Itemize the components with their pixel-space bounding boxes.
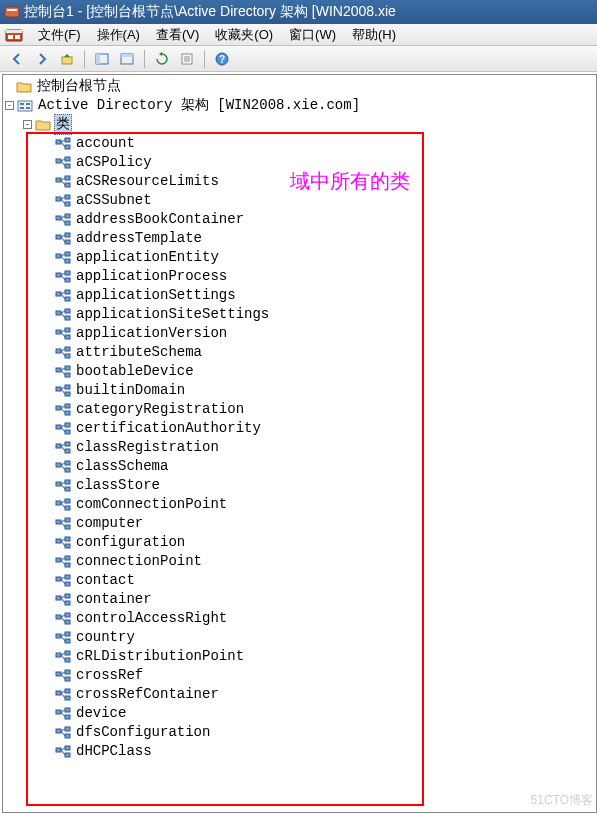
svg-rect-24: [65, 145, 70, 149]
class-item-label: country: [74, 628, 137, 647]
tree-class-item[interactable]: comConnectionPoint: [3, 495, 596, 514]
help-button[interactable]: ?: [211, 48, 233, 70]
class-item-label: applicationSiteSettings: [74, 305, 271, 324]
class-item-label: classRegistration: [74, 438, 221, 457]
svg-rect-169: [65, 696, 70, 700]
svg-rect-172: [56, 710, 61, 714]
tree-class-item[interactable]: builtinDomain: [3, 381, 596, 400]
tree-class-item[interactable]: controlAccessRight: [3, 609, 596, 628]
menu-help[interactable]: 帮助(H): [344, 24, 404, 46]
class-item-label: connectionPoint: [74, 552, 204, 571]
refresh-button[interactable]: [151, 48, 173, 70]
svg-line-165: [61, 672, 65, 674]
arrow-left-icon: [10, 52, 24, 66]
svg-line-70: [61, 311, 65, 313]
svg-rect-113: [65, 480, 70, 484]
svg-rect-157: [56, 653, 61, 657]
tree-classes-folder[interactable]: -类: [3, 115, 596, 134]
tree-class-item[interactable]: connectionPoint: [3, 552, 596, 571]
svg-line-156: [61, 636, 65, 641]
svg-rect-142: [56, 596, 61, 600]
svg-rect-184: [65, 753, 70, 757]
svg-rect-84: [65, 373, 70, 377]
tree-class-item[interactable]: classSchema: [3, 457, 596, 476]
tree-class-item[interactable]: configuration: [3, 533, 596, 552]
tree-class-item[interactable]: applicationProcess: [3, 267, 596, 286]
svg-rect-109: [65, 468, 70, 472]
menu-view[interactable]: 查看(V): [148, 24, 207, 46]
tree-class-item[interactable]: device: [3, 704, 596, 723]
svg-rect-119: [65, 506, 70, 510]
tree-root-node[interactable]: 控制台根节点: [3, 77, 596, 96]
class-item-label: controlAccessRight: [74, 609, 229, 628]
export-button[interactable]: [176, 48, 198, 70]
svg-line-81: [61, 351, 65, 356]
svg-rect-132: [56, 558, 61, 562]
console-icon: [4, 25, 24, 45]
up-button[interactable]: [56, 48, 78, 70]
tree-class-item[interactable]: applicationVersion: [3, 324, 596, 343]
tree-class-item[interactable]: dfsConfiguration: [3, 723, 596, 742]
svg-line-31: [61, 161, 65, 166]
tree-class-item[interactable]: addressTemplate: [3, 229, 596, 248]
svg-rect-83: [65, 366, 70, 370]
svg-rect-33: [65, 176, 70, 180]
svg-line-186: [61, 750, 65, 755]
menu-window[interactable]: 窗口(W): [281, 24, 344, 46]
tree-class-item[interactable]: crossRefContainer: [3, 685, 596, 704]
tree-class-item[interactable]: applicationEntity: [3, 248, 596, 267]
svg-line-106: [61, 446, 65, 451]
menu-favorites[interactable]: 收藏夹(O): [207, 24, 281, 46]
svg-rect-102: [56, 444, 61, 448]
forward-button[interactable]: [31, 48, 53, 70]
show-hide-tree-button[interactable]: [91, 48, 113, 70]
tree-class-item[interactable]: contact: [3, 571, 596, 590]
svg-rect-118: [65, 499, 70, 503]
svg-line-101: [61, 427, 65, 432]
tree-class-item[interactable]: country: [3, 628, 596, 647]
tree-class-item[interactable]: classStore: [3, 476, 596, 495]
expand-toggle[interactable]: -: [23, 120, 32, 129]
tree-class-item[interactable]: attributeSchema: [3, 343, 596, 362]
class-item-label: categoryRegistration: [74, 400, 246, 419]
tree-class-item[interactable]: classRegistration: [3, 438, 596, 457]
svg-rect-123: [65, 518, 70, 522]
tree-class-item[interactable]: certificationAuthority: [3, 419, 596, 438]
tree-class-item[interactable]: aCSPolicy: [3, 153, 596, 172]
svg-rect-77: [56, 349, 61, 353]
tree-class-item[interactable]: account: [3, 134, 596, 153]
tree-class-item[interactable]: aCSSubnet: [3, 191, 596, 210]
tree-class-item[interactable]: cRLDistributionPoint: [3, 647, 596, 666]
svg-rect-20: [26, 103, 30, 105]
tree-schema-node[interactable]: -Active Directory 架构 [WIN2008.xie.com]: [3, 96, 596, 115]
svg-line-25: [61, 140, 65, 142]
svg-rect-34: [65, 183, 70, 187]
tree-class-item[interactable]: addressBookContainer: [3, 210, 596, 229]
menu-file[interactable]: 文件(F): [30, 24, 89, 46]
svg-line-155: [61, 634, 65, 636]
panel2-button[interactable]: [116, 48, 138, 70]
svg-line-185: [61, 748, 65, 750]
tree-class-item[interactable]: bootableDevice: [3, 362, 596, 381]
svg-rect-133: [65, 556, 70, 560]
tree-class-item[interactable]: dHCPClass: [3, 742, 596, 761]
svg-line-56: [61, 256, 65, 261]
svg-rect-127: [56, 539, 61, 543]
back-button[interactable]: [6, 48, 28, 70]
tree-class-item[interactable]: aCSResourceLimits: [3, 172, 596, 191]
menu-action[interactable]: 操作(A): [89, 24, 148, 46]
svg-rect-74: [65, 335, 70, 339]
tree-class-item[interactable]: computer: [3, 514, 596, 533]
svg-line-60: [61, 273, 65, 275]
tree-class-item[interactable]: categoryRegistration: [3, 400, 596, 419]
tree-class-item[interactable]: applicationSettings: [3, 286, 596, 305]
tree-class-item[interactable]: applicationSiteSettings: [3, 305, 596, 324]
tree-class-item[interactable]: crossRef: [3, 666, 596, 685]
toolbar-divider: [84, 50, 85, 68]
expand-toggle[interactable]: -: [5, 101, 14, 110]
svg-rect-122: [56, 520, 61, 524]
class-item-label: container: [74, 590, 154, 609]
svg-line-105: [61, 444, 65, 446]
svg-rect-152: [56, 634, 61, 638]
tree-class-item[interactable]: container: [3, 590, 596, 609]
